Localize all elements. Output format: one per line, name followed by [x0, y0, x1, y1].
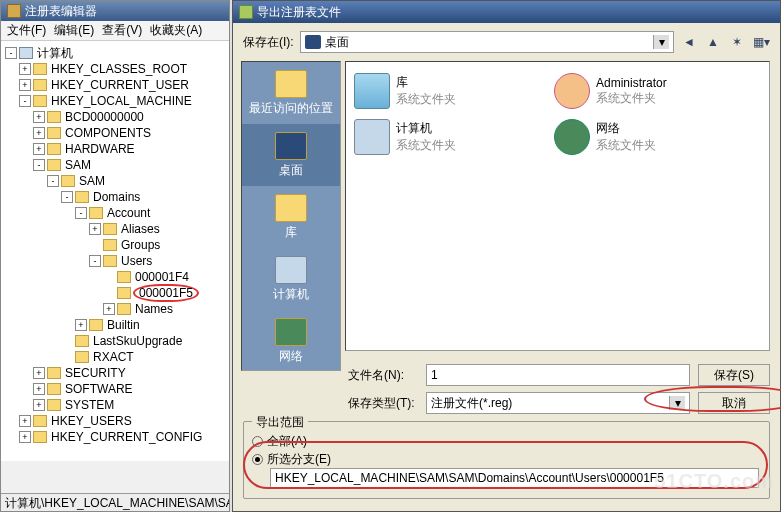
viewmenu-icon[interactable]: ▦▾ [752, 33, 770, 51]
regedit-icon [7, 4, 21, 18]
menu-view[interactable]: 查看(V) [102, 22, 142, 39]
desktop-icon [305, 35, 321, 49]
item-admin[interactable]: Administrator系统文件夹 [554, 70, 744, 112]
library-icon [275, 194, 307, 222]
file-list[interactable]: 库系统文件夹 Administrator系统文件夹 计算机系统文件夹 网络系统文… [345, 61, 770, 351]
chevron-down-icon[interactable]: ▾ [653, 35, 669, 49]
regedit-title: 注册表编辑器 [25, 3, 97, 20]
radio-icon [252, 436, 263, 447]
tree-hku[interactable]: +HKEY_USERS [19, 413, 225, 429]
menu-fav[interactable]: 收藏夹(A) [150, 22, 202, 39]
filetype-label: 保存类型(T): [348, 395, 418, 412]
back-icon[interactable]: ◄ [680, 33, 698, 51]
registry-tree[interactable]: -计算机 +HKEY_CLASSES_ROOT +HKEY_CURRENT_US… [1, 41, 229, 461]
save-in-value: 桌面 [325, 34, 349, 51]
cancel-button[interactable]: 取消 [698, 392, 770, 414]
regedit-window: 注册表编辑器 文件(F) 编辑(E) 查看(V) 收藏夹(A) -计算机 +HK… [0, 0, 230, 512]
save-in-label: 保存在(I): [243, 34, 294, 51]
up-icon[interactable]: ▲ [704, 33, 722, 51]
filename-label: 文件名(N): [348, 367, 418, 384]
place-desktop[interactable]: 桌面 [242, 124, 340, 186]
statusbar: 计算机\HKEY_LOCAL_MACHINE\SAM\SAM\Doma [1, 493, 229, 511]
menu-file[interactable]: 文件(F) [7, 22, 46, 39]
network-icon [554, 119, 590, 155]
desktop-place-icon [275, 132, 307, 160]
places-bar: 最近访问的位置 桌面 库 计算机 网络 [241, 61, 341, 371]
place-network[interactable]: 网络 [242, 310, 340, 372]
place-computer[interactable]: 计算机 [242, 248, 340, 310]
dialog-titlebar[interactable]: 导出注册表文件 [233, 1, 780, 23]
item-computer[interactable]: 计算机系统文件夹 [354, 116, 544, 158]
tree-root[interactable]: -计算机 [5, 45, 225, 61]
tree-lastsku[interactable]: LastSkuUpgrade [61, 333, 225, 349]
filename-input[interactable] [426, 364, 690, 386]
radio-selected[interactable]: 所选分支(E) [252, 450, 761, 468]
export-icon [239, 5, 253, 19]
place-library[interactable]: 库 [242, 186, 340, 248]
save-in-row: 保存在(I): 桌面 ▾ ◄ ▲ ✶ ▦▾ [233, 23, 780, 61]
tree-components[interactable]: +COMPONENTS [33, 125, 225, 141]
tree-hkcu[interactable]: +HKEY_CURRENT_USER [19, 77, 225, 93]
save-in-dropdown[interactable]: 桌面 ▾ [300, 31, 674, 53]
tree-names[interactable]: +Names [103, 301, 225, 317]
tree-sam[interactable]: -SAM [33, 157, 225, 173]
chevron-down-icon[interactable]: ▾ [669, 396, 685, 410]
user-icon [554, 73, 590, 109]
tree-u1f4[interactable]: 000001F4 [103, 269, 225, 285]
tree-users[interactable]: -Users [89, 253, 225, 269]
tree-groups[interactable]: Groups [89, 237, 225, 253]
place-recent[interactable]: 最近访问的位置 [242, 62, 340, 124]
item-library[interactable]: 库系统文件夹 [354, 70, 544, 112]
radio-all[interactable]: 全部(A) [252, 432, 761, 450]
tree-builtin[interactable]: +Builtin [75, 317, 225, 333]
branch-path-input[interactable] [270, 468, 759, 488]
save-button[interactable]: 保存(S) [698, 364, 770, 386]
tree-account[interactable]: -Account [75, 205, 225, 221]
network-place-icon [275, 318, 307, 346]
tree-rxact[interactable]: RXACT [61, 349, 225, 365]
radio-icon [252, 454, 263, 465]
toolbar-icons: ◄ ▲ ✶ ▦▾ [680, 33, 770, 51]
computer-icon [354, 119, 390, 155]
export-range-group: 导出范围 全部(A) 所选分支(E) [243, 421, 770, 499]
tree-aliases[interactable]: +Aliases [89, 221, 225, 237]
tree-hkcr[interactable]: +HKEY_CLASSES_ROOT [19, 61, 225, 77]
dialog-title: 导出注册表文件 [257, 4, 341, 21]
tree-security[interactable]: +SECURITY [33, 365, 225, 381]
tree-u1f5[interactable]: 000001F5 [103, 285, 225, 301]
tree-sam2[interactable]: -SAM [47, 173, 225, 189]
item-network[interactable]: 网络系统文件夹 [554, 116, 744, 158]
group-legend: 导出范围 [252, 414, 308, 431]
regedit-titlebar[interactable]: 注册表编辑器 [1, 1, 229, 21]
recent-icon [275, 70, 307, 98]
newfolder-icon[interactable]: ✶ [728, 33, 746, 51]
tree-system[interactable]: +SYSTEM [33, 397, 225, 413]
filetype-row: 保存类型(T): 注册文件(*.reg)▾ 取消 [348, 391, 770, 415]
computer-place-icon [275, 256, 307, 284]
tree-bcd[interactable]: +BCD00000000 [33, 109, 225, 125]
menubar: 文件(F) 编辑(E) 查看(V) 收藏夹(A) [1, 21, 229, 41]
tree-hardware[interactable]: +HARDWARE [33, 141, 225, 157]
filename-row: 文件名(N): 保存(S) [348, 363, 770, 387]
menu-edit[interactable]: 编辑(E) [54, 22, 94, 39]
tree-hkcc[interactable]: +HKEY_CURRENT_CONFIG [19, 429, 225, 445]
tree-domains[interactable]: -Domains [61, 189, 225, 205]
tree-software[interactable]: +SOFTWARE [33, 381, 225, 397]
filetype-dropdown[interactable]: 注册文件(*.reg)▾ [426, 392, 690, 414]
export-dialog: 导出注册表文件 保存在(I): 桌面 ▾ ◄ ▲ ✶ ▦▾ 最近访问的位置 桌面… [232, 0, 781, 512]
library-folder-icon [354, 73, 390, 109]
tree-hklm[interactable]: -HKEY_LOCAL_MACHINE [19, 93, 225, 109]
